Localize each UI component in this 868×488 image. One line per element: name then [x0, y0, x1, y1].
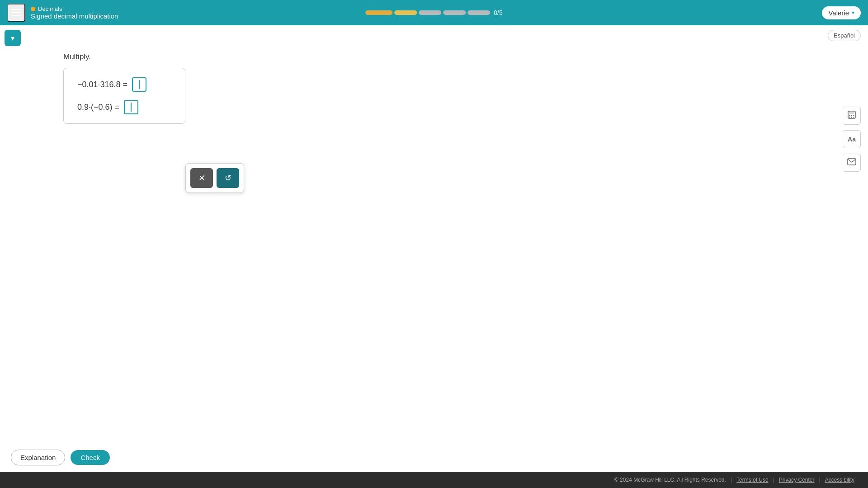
close-icon: ✕	[198, 173, 205, 183]
category-dot	[31, 7, 35, 11]
calculator-icon	[847, 110, 856, 122]
menu-button[interactable]	[7, 4, 25, 22]
progress-area: 0/5	[365, 9, 502, 16]
privacy-center-link[interactable]: Privacy Center	[779, 477, 815, 483]
undo-icon: ↺	[225, 173, 231, 183]
problem-instruction: Multiply.	[63, 52, 185, 61]
progress-segments	[365, 10, 490, 15]
footer-divider-2: |	[773, 477, 774, 483]
svg-point-4	[853, 115, 854, 116]
right-icons: Aa	[843, 107, 861, 172]
copyright-text: © 2024 McGraw Hill LLC. All Rights Reser…	[614, 477, 726, 483]
explanation-button[interactable]: Explanation	[11, 450, 65, 465]
accessibility-link[interactable]: Accessibility	[825, 477, 854, 483]
check-label: Check	[80, 454, 100, 461]
svg-point-7	[853, 117, 854, 117]
chevron-down-icon: ▾	[852, 9, 854, 16]
svg-point-3	[851, 115, 852, 116]
content-panel: ▾ Español Multiply. −0.01·316.8 = 0.9·(−…	[0, 25, 868, 443]
keypad: ✕ ↺	[185, 163, 244, 193]
svg-rect-1	[849, 112, 854, 114]
math-expr-1: −0.01·316.8 =	[77, 80, 127, 89]
progress-count: 0/5	[494, 9, 502, 16]
user-name: Valerie	[828, 9, 849, 17]
subtitle-text: Signed decimal multiplication	[31, 12, 118, 20]
terms-of-use-link[interactable]: Terms of Use	[736, 477, 769, 483]
keypad-undo-button[interactable]: ↺	[217, 168, 239, 188]
main-content: ▾ Español Multiply. −0.01·316.8 = 0.9·(−…	[0, 25, 868, 443]
math-row-1: −0.01·316.8 =	[77, 77, 171, 92]
progress-seg-1	[365, 10, 392, 15]
math-box: −0.01·316.8 = 0.9·(−0.6) =	[63, 68, 185, 124]
svg-point-2	[849, 115, 850, 116]
font-icon: Aa	[848, 136, 856, 143]
calculator-button[interactable]	[843, 107, 861, 125]
math-input-2[interactable]	[124, 100, 138, 114]
collapse-button[interactable]: ▾	[5, 30, 21, 46]
user-menu-button[interactable]: Valerie ▾	[822, 6, 861, 19]
footer-divider-3: |	[819, 477, 821, 483]
progress-seg-5	[467, 10, 490, 15]
math-row-2: 0.9·(−0.6) =	[77, 100, 171, 114]
title-area: Decimals Signed decimal multiplication	[31, 5, 118, 20]
language-label: Español	[834, 32, 855, 39]
font-size-button[interactable]: Aa	[843, 130, 861, 148]
math-input-1[interactable]	[132, 77, 146, 92]
footer-divider-1: |	[731, 477, 732, 483]
check-button[interactable]: Check	[71, 450, 110, 465]
math-expr-2: 0.9·(−0.6) =	[77, 103, 119, 112]
language-button[interactable]: Español	[828, 30, 861, 41]
category-label: Decimals	[31, 5, 118, 12]
explanation-label: Explanation	[20, 454, 56, 461]
mail-icon	[847, 158, 856, 168]
problem-area: Multiply. −0.01·316.8 = 0.9·(−0.6) =	[63, 52, 185, 124]
svg-point-5	[849, 117, 850, 117]
cursor-1	[139, 80, 140, 89]
bottom-bar: Explanation Check	[0, 443, 868, 472]
navbar: Decimals Signed decimal multiplication 0…	[0, 0, 868, 25]
progress-seg-3	[419, 10, 441, 15]
progress-seg-2	[394, 10, 417, 15]
keypad-close-button[interactable]: ✕	[190, 168, 213, 188]
svg-rect-8	[848, 159, 856, 165]
category-text: Decimals	[38, 5, 62, 12]
mail-button[interactable]	[843, 154, 861, 172]
footer: © 2024 McGraw Hill LLC. All Rights Reser…	[0, 472, 868, 488]
chevron-down-icon: ▾	[11, 34, 14, 42]
progress-seg-4	[443, 10, 466, 15]
svg-point-6	[851, 117, 852, 117]
cursor-2	[131, 103, 132, 112]
